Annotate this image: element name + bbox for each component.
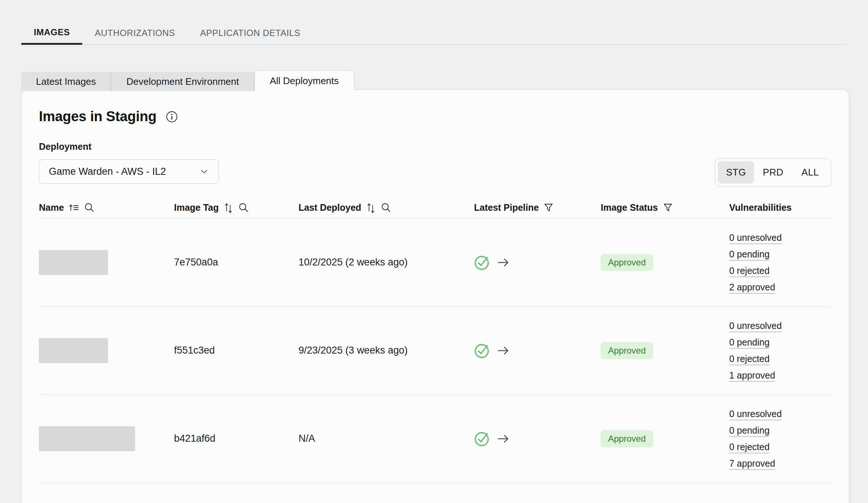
images-panel: Images in Staging Deployment Game Warden… [21,89,849,503]
env-option-stg[interactable]: STG [718,161,754,184]
arrow-right-icon[interactable] [497,345,510,356]
vuln-rejected-link[interactable]: 0 rejected [729,442,770,452]
last-deployed-cell: 10/2/2025 (2 weeks ago) [299,257,474,268]
images-table: Name Image Tag [39,197,831,483]
column-header-image-status-label: Image Status [601,202,658,213]
pipeline-passed-icon [474,431,490,447]
deployment-select[interactable]: Game Warden - AWS - IL2 [39,159,219,184]
vuln-pending-link[interactable]: 0 pending [729,425,770,436]
search-icon[interactable] [84,202,95,213]
info-icon[interactable] [166,111,178,123]
image-status-cell: Approved [601,430,729,447]
vulnerabilities-cell: 0 unresolved 0 pending 0 rejected 2 appr… [729,232,831,293]
column-header-latest-pipeline: Latest Pipeline [474,202,601,213]
subtab-latest-images[interactable]: Latest Images [21,72,111,91]
subtab-all-deployments[interactable]: All Deployments [254,70,354,91]
status-badge: Approved [601,342,653,359]
subtab-development-environment[interactable]: Development Environment [111,72,254,91]
vuln-approved-link[interactable]: 7 approved [729,458,775,469]
column-header-image-tag: Image Tag [174,202,299,213]
last-deployed-cell: 9/23/2025 (3 weeks ago) [299,345,474,356]
table-header-row: Name Image Tag [39,197,831,218]
name-cell [39,338,174,363]
vuln-pending-link[interactable]: 0 pending [729,249,770,260]
table-row: f551c3ed 9/23/2025 (3 weeks ago) Approve… [39,306,831,394]
vulnerabilities-cell: 0 unresolved 0 pending 0 rejected 1 appr… [729,321,831,381]
vuln-unresolved-link[interactable]: 0 unresolved [729,232,782,243]
column-header-last-deployed: Last Deployed [299,202,474,213]
redacted-name-placeholder [39,426,135,451]
image-tag-cell: b421af6d [174,433,299,444]
chevron-down-icon [199,167,209,176]
column-header-vulnerabilities-label: Vulnerabilities [729,202,792,213]
search-icon[interactable] [380,202,391,213]
deployment-label: Deployment [39,141,831,152]
tab-images[interactable]: IMAGES [21,21,82,45]
image-tag-cell: 7e750a0a [174,257,299,268]
table-row: 7e750a0a 10/2/2025 (2 weeks ago) Approve… [39,218,831,306]
table-row: b421af6d N/A Approved 0 unresolved 0 pen… [39,394,831,482]
vuln-approved-link[interactable]: 1 approved [729,370,775,381]
vuln-approved-link[interactable]: 2 approved [729,282,775,293]
name-cell [39,250,174,275]
latest-pipeline-cell [474,343,601,359]
vuln-unresolved-link[interactable]: 0 unresolved [729,409,782,419]
environment-toggle: STG PRD ALL [715,158,831,187]
column-header-latest-pipeline-label: Latest Pipeline [474,202,539,213]
vuln-rejected-link[interactable]: 0 rejected [729,265,770,276]
redacted-name-placeholder [39,338,108,363]
deployment-select-value: Game Warden - AWS - IL2 [49,166,166,177]
arrow-right-icon[interactable] [497,257,510,268]
pipeline-passed-icon [474,343,490,359]
redacted-name-placeholder [39,250,108,275]
image-status-cell: Approved [601,254,729,271]
vuln-pending-link[interactable]: 0 pending [729,337,770,348]
column-header-vulnerabilities: Vulnerabilities [729,202,831,213]
arrow-right-icon[interactable] [497,433,510,444]
status-badge: Approved [601,430,653,447]
tab-authorizations[interactable]: AUTHORIZATIONS [82,21,188,45]
name-cell [39,426,174,451]
env-option-all[interactable]: ALL [792,161,828,184]
table-end-divider [39,482,831,483]
tab-application-details[interactable]: APPLICATION DETAILS [188,21,313,45]
pipeline-passed-icon [474,254,490,271]
column-header-image-tag-label: Image Tag [174,202,219,213]
column-header-last-deployed-label: Last Deployed [299,202,361,213]
search-icon[interactable] [238,202,249,213]
image-status-cell: Approved [601,342,729,359]
top-navigation: IMAGES AUTHORIZATIONS APPLICATION DETAIL… [21,21,847,45]
sort-updown-icon[interactable] [223,202,234,213]
latest-pipeline-cell [474,431,601,447]
env-option-prd[interactable]: PRD [755,161,791,184]
filter-icon[interactable] [662,202,673,213]
sort-list-icon[interactable] [68,202,79,213]
vuln-unresolved-link[interactable]: 0 unresolved [729,321,782,331]
sub-tab-bar: Latest Images Development Environment Al… [21,70,354,91]
sort-updown-icon[interactable] [366,202,376,213]
column-header-name-label: Name [39,202,64,213]
page-title: Images in Staging [39,109,156,124]
image-tag-cell: f551c3ed [174,345,299,356]
last-deployed-cell: N/A [299,433,474,444]
filter-icon[interactable] [543,202,554,213]
column-header-name: Name [39,202,174,213]
vulnerabilities-cell: 0 unresolved 0 pending 0 rejected 7 appr… [729,409,831,469]
latest-pipeline-cell [474,254,601,271]
column-header-image-status: Image Status [601,202,729,213]
vuln-rejected-link[interactable]: 0 rejected [729,354,770,364]
status-badge: Approved [601,254,653,271]
title-row: Images in Staging [39,109,831,124]
